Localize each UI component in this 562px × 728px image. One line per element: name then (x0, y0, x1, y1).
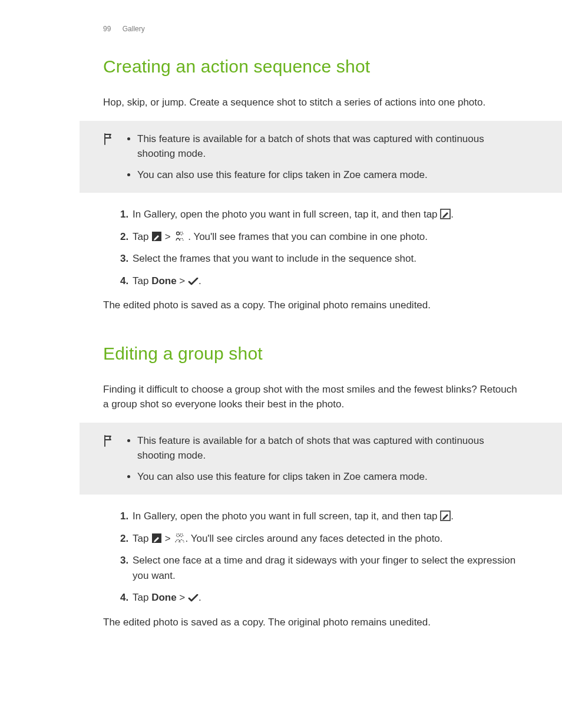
note-item: You can also use this feature for clips … (137, 469, 521, 485)
outro-text: The edited photo is saved as a copy. The… (103, 615, 521, 630)
group-icon (174, 532, 186, 543)
note-box: This feature is available for a batch of… (80, 423, 562, 495)
edit-pen-icon (440, 209, 451, 219)
step-text: . (451, 209, 454, 220)
step-text: In Gallery, open the photo you want in f… (133, 209, 440, 220)
note-item: You can also use this feature for clips … (137, 167, 521, 183)
retouch-icon (151, 533, 162, 543)
step-text: > (162, 533, 173, 544)
note-box: This feature is available for a batch of… (80, 121, 562, 193)
svg-point-3 (180, 232, 183, 235)
checkmark-icon (188, 594, 199, 602)
step-item: Tap Done > . (131, 590, 521, 605)
heading-group-shot: Editing a group shot (103, 340, 521, 367)
page-number: 99 (103, 25, 111, 33)
step-text: . (199, 275, 201, 286)
step-item: In Gallery, open the photo you want in f… (131, 207, 521, 222)
step-text: . (199, 592, 201, 603)
edit-pen-icon (440, 510, 451, 521)
page-header: 99 Gallery (0, 24, 562, 34)
step-text: . You'll see circles around any faces de… (186, 533, 443, 544)
step-text: Tap (133, 275, 151, 286)
step-text: Tap (133, 533, 151, 544)
intro-text: Finding it difficult to choose a group s… (103, 382, 521, 412)
step-text: In Gallery, open the photo you want in f… (133, 510, 440, 522)
intro-text: Hop, skip, or jump. Create a sequence sh… (103, 95, 521, 110)
flag-icon (103, 133, 114, 146)
svg-point-7 (180, 533, 183, 536)
step-text: > (177, 275, 188, 286)
outro-text: The edited photo is saved as a copy. The… (103, 298, 521, 313)
step-text: . (451, 510, 454, 522)
step-item: Tap > . You'll see circles around any fa… (131, 531, 521, 546)
flag-icon (103, 434, 114, 447)
step-item: Tap > . You'll see frames that you can c… (131, 229, 521, 245)
step-item: Select one face at a time and drag it si… (131, 553, 521, 583)
sequence-icon (174, 230, 186, 242)
retouch-icon (151, 231, 162, 242)
step-text: > (162, 231, 173, 242)
steps-list: In Gallery, open the photo you want in f… (103, 207, 521, 288)
note-item: This feature is available for a batch of… (137, 433, 521, 463)
done-label: Done (151, 275, 177, 286)
section-name: Gallery (123, 25, 145, 33)
step-text: Tap (133, 592, 151, 603)
svg-point-2 (176, 232, 179, 235)
step-text: Tap (133, 231, 151, 242)
checkmark-icon (188, 278, 199, 286)
step-text: . You'll see frames that you can combine… (186, 231, 428, 242)
heading-action-sequence: Creating an action sequence shot (103, 53, 521, 80)
step-item: In Gallery, open the photo you want in f… (131, 509, 521, 524)
done-label: Done (151, 592, 177, 603)
note-item: This feature is available for a batch of… (137, 131, 521, 162)
step-item: Tap Done > . (131, 274, 521, 289)
step-text: > (177, 592, 188, 603)
steps-list: In Gallery, open the photo you want in f… (103, 509, 521, 605)
svg-point-6 (176, 533, 179, 536)
step-item: Select the frames that you want to inclu… (131, 251, 521, 266)
